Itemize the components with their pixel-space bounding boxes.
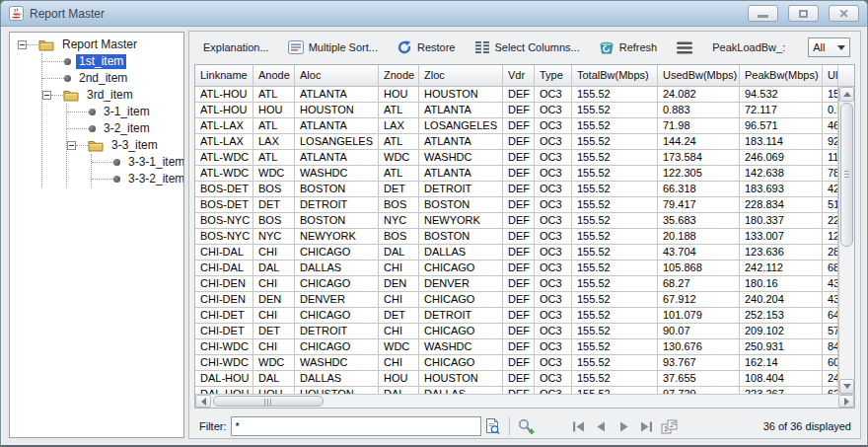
vertical-scrollbar[interactable]	[838, 87, 854, 394]
cell-vdr: DEF	[503, 166, 535, 182]
table-row[interactable]: ATL-LAXATLATLANTALAXLOSANGELESDEFOC3155.…	[195, 118, 838, 134]
cell-aloc: BOSTON	[295, 213, 379, 229]
close-button[interactable]: ✕	[829, 5, 859, 22]
cell-usedbw-mbps-: 68.27	[658, 276, 740, 292]
cell-type: OC3	[535, 324, 572, 339]
cell-ul: 51	[823, 197, 838, 213]
horizontal-scroll-track[interactable]	[211, 395, 838, 408]
expander-minus-icon[interactable]	[67, 141, 76, 150]
nav-first-button[interactable]	[569, 416, 589, 436]
report-master-window: Report Master ✕ Report Master1st_item2nd…	[0, 0, 868, 447]
column-header-zloc[interactable]: Zloc	[419, 65, 503, 87]
cell-peakbw-mbps-: 94.532	[740, 87, 823, 103]
goto-page-button[interactable]: 1 2 3	[660, 416, 680, 436]
table-row[interactable]: CHI-DALCHICHICAGODALDALLASDEFOC3155.5243…	[195, 245, 838, 261]
cell-totalbw-mbps-: 155.52	[572, 261, 658, 276]
minimize-button[interactable]	[748, 5, 778, 22]
table-row[interactable]: BOS-DETDETDETROITBOSBOSTONDEFOC3155.5279…	[195, 197, 838, 213]
cell-zloc: DALLAS	[419, 387, 503, 394]
table-row[interactable]: CHI-DENCHICHICAGODENDENVERDEFOC3155.5268…	[195, 276, 838, 292]
column-header-vdr[interactable]: Vdr	[503, 65, 535, 87]
cell-zloc: DALLAS	[419, 245, 503, 261]
vertical-scroll-thumb[interactable]	[840, 103, 853, 247]
restore-button[interactable]: Restore	[397, 39, 456, 55]
tree-item-3-1-item[interactable]: 3-1_item	[67, 104, 181, 120]
table-row[interactable]: CHI-WDCCHICHICAGOWDCWASHDCDEFOC3155.5213…	[195, 339, 838, 355]
table-row[interactable]: CHI-DETDETDETROITCHICHICAGODEFOC3155.529…	[195, 324, 838, 339]
tree-item-3-2-item[interactable]: 3-2_item	[67, 120, 181, 137]
cell-znode: WDC	[379, 150, 419, 166]
toolbar-menu-button[interactable]	[676, 41, 693, 54]
scroll-left-button[interactable]	[195, 395, 211, 408]
table-row[interactable]: ATL-WDCATLATLANTAWDCWASHDCDEFOC3155.5217…	[195, 150, 838, 166]
table-body: ATL-HOUATLATLANTAHOUHOUSTONDEFOC3155.522…	[195, 87, 838, 394]
expander-minus-icon[interactable]	[42, 91, 51, 100]
cell-zloc: ATLANTA	[419, 166, 503, 182]
cell-peakbw-mbps-: 123.636	[740, 245, 823, 261]
cell-anode: ATL	[253, 150, 295, 166]
tree-item-report-master[interactable]: Report Master	[18, 37, 181, 53]
tree-item-3-3-2-item[interactable]: 3-3-2_item	[92, 171, 181, 187]
cell-zloc: ATLANTA	[419, 103, 503, 118]
table-row[interactable]: ATL-HOUHOUHOUSTONATLATLANTADEFOC3155.520…	[195, 103, 838, 118]
cell-usedbw-mbps-: 24.082	[658, 87, 740, 103]
table-row[interactable]: ATL-HOUATLATLANTAHOUHOUSTONDEFOC3155.522…	[195, 87, 838, 103]
cell-totalbw-mbps-: 155.52	[572, 292, 658, 308]
vertical-scroll-track[interactable]	[839, 102, 854, 379]
cell-vdr: DEF	[503, 339, 535, 355]
titlebar[interactable]: Report Master ✕	[1, 1, 867, 27]
nav-last-button[interactable]	[637, 416, 657, 436]
leaf-bullet-icon	[113, 176, 120, 183]
table-row[interactable]: CHI-DALDALDALLASCHICHICAGODEFOC3155.5210…	[195, 261, 838, 276]
cell-vdr: DEF	[503, 182, 535, 197]
table-row[interactable]: DAL-HOUDALDALLASHOUHOUSTONDEFOC3155.5237…	[195, 371, 838, 387]
column-header-aloc[interactable]: Aloc	[295, 65, 379, 87]
tree-item-3-3-1-item[interactable]: 3-3-1_item	[92, 154, 181, 171]
cell-ul: 12	[823, 229, 838, 245]
table-row[interactable]: CHI-DETCHICHICAGODETDETROITDEFOC3155.521…	[195, 308, 838, 324]
column-header-ul[interactable]: Ul	[823, 65, 838, 87]
table-row[interactable]: BOS-NYCBOSBOSTONNYCNEWYORKDEFOC3155.5235…	[195, 213, 838, 229]
tree-item-3-3-item[interactable]: 3-3_item	[67, 137, 181, 154]
column-header-usedbw-mbps-[interactable]: UsedBw(Mbps)	[658, 65, 740, 87]
column-header-peakbw-mbps-[interactable]: PeakBw(Mbps)	[740, 65, 823, 87]
tree-connector	[42, 78, 64, 79]
nav-next-button[interactable]	[615, 416, 634, 436]
table-row[interactable]: ATL-LAXLAXLOSANGELESATLATLANTADEFOC3155.…	[195, 134, 838, 150]
maximize-button[interactable]	[788, 5, 819, 22]
table-row[interactable]: ATL-WDCWDCWASHDCATLATLANTADEFOC3155.5212…	[195, 166, 838, 182]
scroll-right-button[interactable]	[838, 395, 854, 408]
tree-item-1st-item[interactable]: 1st_item	[42, 53, 181, 70]
table-row[interactable]: CHI-DENDENDENVERCHICHICAGODEFOC3155.5267…	[195, 292, 838, 308]
search-add-button[interactable]	[514, 415, 538, 437]
horizontal-scrollbar[interactable]	[195, 394, 854, 408]
table-row[interactable]: BOS-NYCNYCNEWYORKBOSBOSTONDEFOC3155.5220…	[195, 229, 838, 245]
nav-prev-button[interactable]	[592, 416, 612, 436]
column-header-anode[interactable]: Anode	[253, 65, 295, 87]
cell-totalbw-mbps-: 155.52	[572, 245, 658, 261]
cell-type: OC3	[535, 150, 572, 166]
scroll-up-button[interactable]	[839, 87, 854, 102]
cell-vdr: DEF	[503, 324, 535, 339]
tree-item-3rd-item[interactable]: 3rd_item	[42, 87, 181, 104]
scroll-thumb-grip	[264, 399, 273, 404]
scroll-down-button[interactable]	[839, 379, 854, 394]
column-header-znode[interactable]: Znode	[379, 65, 419, 87]
table-row[interactable]: BOS-DETBOSBOSTONDETDETROITDEFOC3155.5266…	[195, 182, 838, 197]
tree-item-2nd-item[interactable]: 2nd_item	[42, 70, 181, 87]
expander-minus-icon[interactable]	[18, 40, 27, 49]
explanation-button[interactable]: Explanation...	[203, 41, 269, 53]
multiple-sort-button[interactable]: Multiple Sort...	[288, 40, 378, 54]
select-columns-button[interactable]: Select Columns...	[474, 40, 580, 54]
cell-linkname: CHI-WDC	[195, 339, 253, 355]
peakloadbw-dropdown[interactable]: All	[808, 37, 850, 57]
horizontal-scroll-thumb[interactable]	[213, 396, 324, 407]
table-row[interactable]: DAL-HOUHOUHOUSTONDALDALLASDEFOC3155.5297…	[195, 387, 838, 394]
column-header-linkname[interactable]: Linkname	[195, 65, 253, 87]
filter-preview-button[interactable]	[481, 415, 505, 437]
filter-input[interactable]	[231, 416, 481, 436]
refresh-button[interactable]: Refresh	[599, 39, 658, 55]
table-row[interactable]: CHI-WDCWDCWASHDCCHICHICAGODEFOC3155.5293…	[195, 355, 838, 371]
column-header-type[interactable]: Type	[535, 65, 572, 87]
column-header-totalbw-mbps-[interactable]: TotalBw(Mbps)	[572, 65, 658, 87]
